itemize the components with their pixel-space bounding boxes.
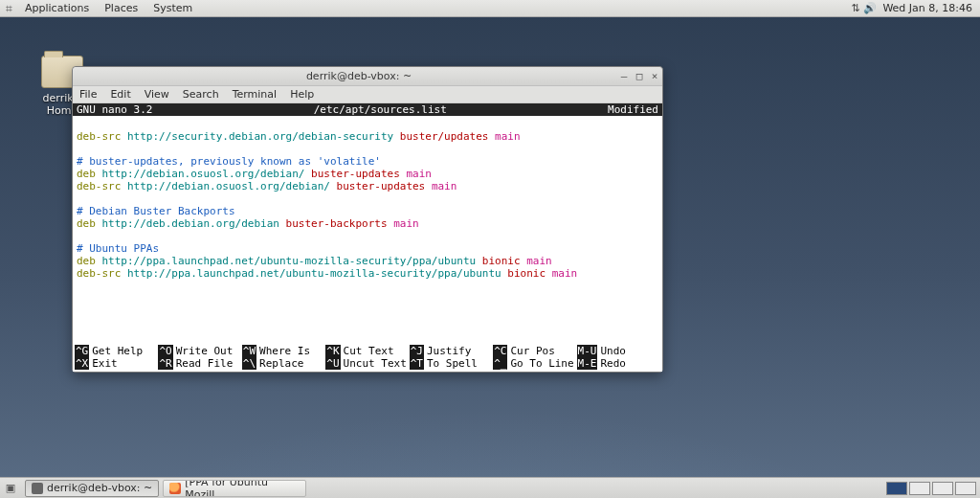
t: deb-src <box>77 180 121 192</box>
minimize-button[interactable]: – <box>616 70 632 82</box>
network-icon[interactable]: ⇅ <box>849 2 861 14</box>
workspace-4[interactable] <box>955 482 976 495</box>
nano-status: Modified <box>608 103 658 116</box>
task-terminal[interactable]: derrik@deb-vbox: ~ <box>25 480 159 497</box>
t: main <box>526 255 552 267</box>
menubar: File Edit View Search Terminal Help <box>73 86 662 103</box>
shortcut-label: Write Out <box>176 345 234 357</box>
shortcut-label: To Spell <box>427 357 478 370</box>
shortcut-cut-text: ^KCut Text <box>325 345 409 357</box>
shortcut-key: M-E <box>577 357 598 370</box>
shortcut-get-help: ^GGet Help <box>75 345 158 357</box>
t: http://ppa.launchpad.net/ubuntu-mozilla-… <box>127 267 501 280</box>
shortcut-exit: ^XExit <box>75 357 158 370</box>
t: deb <box>77 217 96 230</box>
shortcut-key: ^G <box>75 345 89 357</box>
shortcut-label: Exit <box>92 357 118 370</box>
clock[interactable]: Wed Jan 8, 18:46 <box>879 2 980 14</box>
menu-help[interactable]: Help <box>283 88 321 101</box>
shortcut-key: ^J <box>410 345 424 357</box>
t: deb-src <box>77 130 121 143</box>
t: main <box>432 180 457 192</box>
firefox-icon <box>169 483 181 494</box>
t: main <box>393 217 419 230</box>
shortcut-label: Uncut Text <box>344 357 407 370</box>
shortcut-key: ^_ <box>493 357 507 370</box>
shortcut-undo: M-UUndo <box>577 345 660 357</box>
volume-icon[interactable]: 🔊 <box>861 2 879 14</box>
shortcut-label: Read File <box>176 357 234 370</box>
nano-file: /etc/apt/sources.list <box>152 103 608 116</box>
t: http://deb.debian.org/debian <box>102 217 279 230</box>
shortcut-label: Replace <box>259 357 303 370</box>
window-title: derrik@deb-vbox: ~ <box>101 70 616 82</box>
nano-app: GNU nano 3.2 <box>77 103 152 116</box>
t: buster-backports <box>286 217 388 230</box>
shortcut-key: ^U <box>325 357 340 370</box>
shortcut-key: ^O <box>158 345 172 357</box>
shortcut-justify: ^JJustify <box>410 345 493 357</box>
shortcut-key: ^K <box>325 345 340 357</box>
terminal[interactable]: GNU nano 3.2 /etc/apt/sources.list Modif… <box>73 103 662 372</box>
terminal-icon <box>32 483 43 494</box>
t: main <box>552 267 578 280</box>
menu-places[interactable]: Places <box>97 2 145 14</box>
shortcut-write-out: ^OWrite Out <box>158 345 241 357</box>
top-panel: ⌗ Applications Places System ⇅ 🔊 Wed Jan… <box>0 0 980 17</box>
t: buster-updates <box>311 168 400 180</box>
task-label: derrik@deb-vbox: ~ <box>47 482 152 494</box>
t: deb <box>77 255 96 267</box>
editor-body[interactable]: deb-src http://security.debian.org/debia… <box>73 116 662 345</box>
shortcut-where-is: ^WWhere Is <box>242 345 325 357</box>
menu-view[interactable]: View <box>138 88 176 101</box>
workspace-1[interactable] <box>886 482 907 495</box>
task-label: [PPA for Ubuntu Mozill… <box>185 480 300 497</box>
t: buster-updates <box>337 180 426 192</box>
workspace-switcher <box>886 482 980 495</box>
t: bionic <box>482 255 521 267</box>
task-firefox[interactable]: [PPA for Ubuntu Mozill… <box>163 480 306 497</box>
shortcut-key: M-U <box>577 345 598 357</box>
nano-header: GNU nano 3.2 /etc/apt/sources.list Modif… <box>73 103 662 116</box>
shortcut-read-file: ^RRead File <box>158 357 241 370</box>
menu-terminal[interactable]: Terminal <box>226 88 284 101</box>
shortcut-label: Where Is <box>259 345 310 357</box>
t: main <box>495 130 521 143</box>
shortcut-uncut-text: ^UUncut Text <box>325 357 409 370</box>
shortcut-label: Redo <box>600 357 626 370</box>
titlebar[interactable]: derrik@deb-vbox: ~ – □ × <box>73 67 662 86</box>
menu-file[interactable]: File <box>73 88 103 101</box>
menu-search[interactable]: Search <box>176 88 226 101</box>
terminal-window: derrik@deb-vbox: ~ – □ × File Edit View … <box>72 66 663 373</box>
menu-edit[interactable]: Edit <box>103 88 137 101</box>
shortcut-key: ^X <box>75 357 89 370</box>
shortcut-label: Cur Pos <box>510 345 554 357</box>
menu-system[interactable]: System <box>145 2 200 14</box>
workspace-3[interactable] <box>932 482 953 495</box>
t: deb-src <box>77 267 121 280</box>
shortcut-to-spell: ^TTo Spell <box>410 357 493 370</box>
comment: # buster-updates, previously known as 'v… <box>77 155 381 168</box>
shortcut-key: ^C <box>493 345 507 357</box>
menu-applications[interactable]: Applications <box>17 2 97 14</box>
shortcut-replace: ^\Replace <box>242 357 325 370</box>
t: bionic <box>507 267 546 280</box>
shortcut-label: Cut Text <box>344 345 394 357</box>
shortcut-key: ^W <box>242 345 256 357</box>
close-button[interactable]: × <box>647 70 662 82</box>
shortcut-label: Justify <box>427 345 471 357</box>
shortcut-key: ^T <box>410 357 424 370</box>
shortcut-label: Get Help <box>92 345 143 357</box>
t: http://debian.osuosl.org/debian/ <box>102 168 305 180</box>
comment: # Debian Buster Backports <box>77 205 235 217</box>
workspace-2[interactable] <box>909 482 930 495</box>
t: buster/updates <box>400 130 489 143</box>
bottom-panel: ▣ derrik@deb-vbox: ~ [PPA for Ubuntu Moz… <box>0 477 980 498</box>
maximize-button[interactable]: □ <box>632 70 647 82</box>
shortcut-key: ^\ <box>242 357 256 370</box>
nano-shortcuts: ^GGet Help^OWrite Out^WWhere Is^KCut Tex… <box>73 345 662 372</box>
shortcut-cur-pos: ^CCur Pos <box>493 345 576 357</box>
shortcut-label: Go To Line <box>510 357 573 370</box>
show-desktop-button[interactable]: ▣ <box>2 480 19 497</box>
shortcut-go-to-line: ^_Go To Line <box>493 357 576 370</box>
